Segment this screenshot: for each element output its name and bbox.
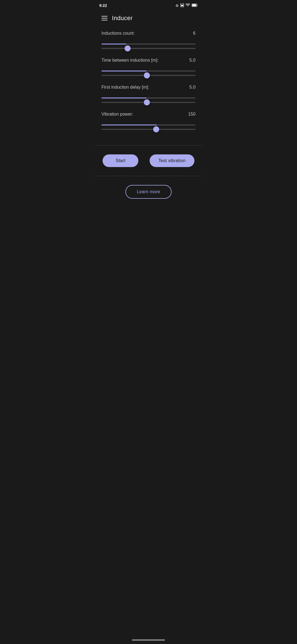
status-icons: ⚙ — [175, 3, 198, 8]
time-between-section: Time between inductions [m]: 5.0 — [101, 58, 196, 76]
time-between-input[interactable] — [101, 75, 196, 76]
vibration-power-section: Vibration power: 150 — [101, 112, 196, 130]
vibration-power-track — [101, 124, 196, 125]
settings-icon: ⚙ — [175, 4, 179, 8]
learn-more-section: Learn more — [95, 178, 202, 208]
first-induction-delay-track — [101, 97, 196, 99]
first-induction-delay-slider-container — [101, 93, 196, 103]
vibration-power-slider-container — [101, 120, 196, 130]
menu-line-2 — [101, 18, 108, 18]
menu-line-3 — [101, 20, 108, 20]
learn-more-button[interactable]: Learn more — [125, 185, 172, 199]
time-between-track — [101, 70, 196, 72]
app-title: Inducer — [112, 15, 133, 22]
status-time: 9:22 — [99, 3, 107, 8]
inductions-count-section: Inductions count: 6 — [101, 31, 196, 49]
time-between-label: Time between inductions [m]: — [101, 58, 159, 63]
svg-rect-1 — [181, 5, 183, 6]
app-bar: Inducer — [95, 10, 202, 26]
vibration-power-header: Vibration power: 150 — [101, 112, 196, 117]
start-button[interactable]: Start — [103, 154, 138, 167]
inductions-count-input[interactable] — [101, 48, 196, 49]
divider-bottom — [95, 176, 202, 176]
bottom-nav-indicator — [132, 639, 165, 641]
time-between-header: Time between inductions [m]: 5.0 — [101, 58, 196, 63]
vibration-power-fill — [101, 124, 157, 125]
action-buttons: Start Test vibration — [95, 148, 202, 174]
first-induction-delay-section: First induction delay [m]: 5.0 — [101, 85, 196, 103]
first-induction-delay-input[interactable] — [101, 102, 196, 103]
inductions-count-track — [101, 43, 196, 45]
svg-rect-3 — [192, 4, 196, 6]
menu-button[interactable] — [99, 14, 110, 23]
inductions-count-header: Inductions count: 6 — [101, 31, 196, 36]
inductions-count-slider-container — [101, 39, 196, 49]
status-bar: 9:22 ⚙ — [95, 0, 202, 10]
vibration-power-input[interactable] — [101, 129, 196, 130]
inductions-count-value: 6 — [193, 31, 196, 36]
time-between-fill — [101, 70, 147, 72]
wifi-icon — [186, 4, 190, 8]
battery-icon — [192, 4, 198, 8]
divider-top — [95, 145, 202, 146]
inductions-count-label: Inductions count: — [101, 31, 135, 36]
first-induction-delay-fill — [101, 97, 147, 99]
time-between-slider-container — [101, 66, 196, 76]
menu-line-1 — [101, 16, 108, 17]
vibration-power-label: Vibration power: — [101, 112, 133, 117]
first-induction-delay-value: 5.0 — [189, 85, 196, 90]
inductions-count-fill — [101, 43, 126, 45]
test-vibration-button[interactable]: Test vibration — [150, 154, 194, 167]
time-between-value: 5.0 — [189, 58, 196, 63]
vibration-power-value: 150 — [188, 112, 196, 117]
first-induction-delay-label: First induction delay [m]: — [101, 85, 149, 90]
first-induction-delay-header: First induction delay [m]: 5.0 — [101, 85, 196, 90]
sim-icon — [180, 3, 184, 8]
main-content: Inductions count: 6 Time between inducti… — [95, 26, 202, 143]
